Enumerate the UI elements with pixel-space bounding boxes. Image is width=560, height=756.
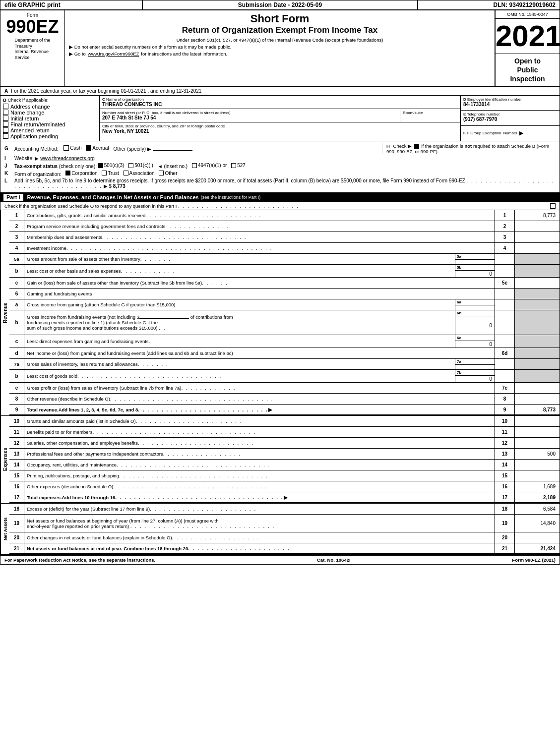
dept-info: Department of the Treasury Internal Reve… bbox=[14, 38, 50, 61]
section-b: B Check if applicable: Address change Na… bbox=[0, 96, 100, 141]
mid-box-5a: 5a bbox=[455, 254, 495, 264]
table-row: 12 Salaries, other compensation, and emp… bbox=[9, 438, 560, 449]
submission-date: Submission Date - 2022-05-09 bbox=[143, 0, 419, 9]
title-return: Return of Organization Exempt From Incom… bbox=[69, 25, 491, 35]
line-l: L Add lines 5b, 6c, and 7b to line 9 to … bbox=[4, 178, 556, 189]
top-bar: efile GRAPHIC print Submission Date - 20… bbox=[0, 0, 560, 10]
checkbox-final-return-box[interactable] bbox=[3, 121, 8, 127]
ein-label: D Employer identification number bbox=[463, 97, 557, 102]
section-a-label: A bbox=[4, 88, 8, 94]
revenue-section: Revenue 1 Contributions, gifts, grants, … bbox=[0, 210, 560, 416]
dln: DLN: 93492129019602 bbox=[418, 0, 560, 9]
checkbox-address-change-box[interactable] bbox=[3, 104, 8, 109]
check-schedule-o: Check if the organization used Schedule … bbox=[0, 202, 560, 210]
address-label: Number and street (or P. O. box, if mail… bbox=[102, 111, 397, 115]
city-value: New York, NY 10021 bbox=[102, 128, 457, 134]
table-row: 20 Other changes in net assets or fund b… bbox=[9, 532, 560, 543]
line-i: I Website: ▶ www.threadconnects.org bbox=[4, 156, 556, 161]
table-row: c Gain or (loss) from sale of assets oth… bbox=[9, 278, 560, 289]
org-name-row: C Name of organization THREAD CONNECTS I… bbox=[100, 96, 460, 109]
title-center: Short Form Return of Organization Exempt… bbox=[65, 10, 495, 86]
subtitle1: Under section 501(c), 527, or 4947(a)(1)… bbox=[69, 37, 491, 43]
mid-box-6a: 6a bbox=[455, 299, 495, 310]
table-row: 21 Net assets or fund balances at end of… bbox=[9, 543, 560, 554]
checkbox-amended-return[interactable]: Amended return bbox=[3, 127, 97, 133]
group-label2: Number bbox=[503, 131, 517, 135]
irs-link[interactable]: www.irs.gov/Form990EZ bbox=[88, 51, 139, 57]
section-a: A For the 2021 calendar year, or tax yea… bbox=[0, 87, 560, 96]
line-h: H Check ▶ if the organization is not req… bbox=[382, 143, 556, 154]
checkbox-application-pending-box[interactable] bbox=[3, 133, 8, 139]
room-field: Room/suite bbox=[400, 109, 460, 122]
checkbox-final-return[interactable]: Final return/terminated bbox=[3, 121, 97, 127]
table-row: 13 Professional fees and other payments … bbox=[9, 449, 560, 460]
checkbox-initial-return-label: Initial return bbox=[10, 116, 39, 121]
table-row: 7a Gross sales of inventory, less return… bbox=[9, 359, 560, 370]
table-row: 2 Program service revenue including gove… bbox=[9, 221, 560, 232]
k-assoc-checkbox[interactable]: Association bbox=[124, 171, 155, 176]
checkbox-name-change[interactable]: Name change bbox=[3, 110, 97, 116]
ein-box: D Employer identification number 84-1733… bbox=[460, 96, 560, 111]
net-assets-rows: 18 Excess or (deficit) for the year (Sub… bbox=[9, 504, 560, 554]
k-corp-checkbox[interactable]: Corporation bbox=[65, 171, 97, 176]
accrual-checkbox[interactable]: Accrual bbox=[86, 145, 109, 151]
k-trust-checkbox[interactable]: Trust bbox=[102, 171, 119, 176]
address-room-row: Number and street (or P. O. box, if mail… bbox=[100, 109, 460, 122]
open-public-box: Open to Public Inspection bbox=[495, 54, 560, 86]
footer-paperwork: For Paperwork Reduction Act Notice, see … bbox=[4, 557, 155, 563]
other-specify-field[interactable] bbox=[153, 150, 192, 151]
checkbox-initial-return-box[interactable] bbox=[3, 116, 8, 121]
check-schedule-o-box[interactable] bbox=[550, 203, 556, 209]
section-a-text: For the 2021 calendar year, or tax year … bbox=[11, 88, 201, 94]
revenue-rows: 1 Contributions, gifts, grants, and simi… bbox=[9, 210, 560, 415]
j-501c3-checkbox[interactable]: 501(c)(3) bbox=[98, 163, 124, 168]
subtitle2: ▶ Do not enter social security numbers o… bbox=[69, 44, 491, 50]
cash-radio[interactable] bbox=[63, 145, 69, 151]
table-row: 16 Other expenses (describe in Schedule … bbox=[9, 481, 560, 492]
checkbox-address-change[interactable]: Address change bbox=[3, 104, 97, 110]
table-row: 5a Gross amount from sale of assets othe… bbox=[9, 254, 560, 265]
form-number-area: Form 990EZ Department of the Treasury In… bbox=[0, 10, 65, 86]
c-name-label: C Name of organization bbox=[102, 97, 457, 102]
city-label: City or town, state or province, country… bbox=[102, 124, 457, 128]
checkbox-application-pending[interactable]: Application pending bbox=[3, 133, 97, 139]
table-row: a Gross income from gaming (attach Sched… bbox=[9, 299, 560, 310]
table-row: b Less: cost or other basis and sales ex… bbox=[9, 265, 560, 278]
k-other-checkbox[interactable]: Other bbox=[159, 171, 177, 176]
table-row: 10 Grants and similar amounts paid (list… bbox=[9, 416, 560, 427]
j-527-checkbox[interactable]: 527 bbox=[231, 163, 246, 168]
table-row: c Less: direct expenses from gaming and … bbox=[9, 335, 560, 348]
table-row: 8 Other revenue (describe in Schedule O)… bbox=[9, 394, 560, 405]
city-row: City or town, state or province, country… bbox=[100, 122, 460, 135]
j-501c-checkbox[interactable]: 501(c)( ) bbox=[128, 163, 153, 168]
j-4947-checkbox[interactable]: 4947(a)(1) or bbox=[192, 163, 227, 168]
checkbox-initial-return[interactable]: Initial return bbox=[3, 116, 97, 121]
accrual-radio[interactable] bbox=[86, 145, 91, 151]
line-g: G Accounting Method: Cash Accrual Other … bbox=[4, 143, 556, 154]
checkbox-address-change-label: Address change bbox=[10, 104, 50, 110]
table-row: 4 Investment income . . . . . . . . . . … bbox=[9, 243, 560, 254]
expenses-side-label: Expenses bbox=[0, 416, 9, 503]
line-k: K Form of organization: Corporation Trus… bbox=[4, 171, 556, 177]
org-info: B Check if applicable: Address change Na… bbox=[0, 96, 560, 141]
room-label: Room/suite bbox=[403, 111, 457, 115]
website-link[interactable]: www.threadconnects.org bbox=[40, 156, 95, 161]
footer-form-ref: Form 990-EZ (2021) bbox=[512, 557, 556, 563]
line-h-checkbox[interactable] bbox=[414, 144, 419, 149]
title-short-form: Short Form bbox=[69, 12, 491, 25]
ein-value: 84-1733014 bbox=[463, 102, 557, 107]
cash-checkbox[interactable]: Cash bbox=[63, 145, 81, 151]
mid-box-7a: 7a bbox=[455, 359, 495, 369]
title-section: Form 990EZ Department of the Treasury In… bbox=[0, 10, 560, 87]
checkbox-name-change-box[interactable] bbox=[3, 110, 8, 115]
checkbox-amended-return-box[interactable] bbox=[3, 127, 8, 133]
mid-box-6c: 6c 0 bbox=[455, 335, 495, 348]
table-row: 18 Excess or (deficit) for the year (Sub… bbox=[9, 504, 560, 515]
part1-label: Part I bbox=[3, 194, 23, 201]
expenses-rows: 10 Grants and similar amounts paid (list… bbox=[9, 416, 560, 503]
group-label: F F Group Exemption bbox=[463, 131, 501, 135]
section-d: D Employer identification number 84-1733… bbox=[460, 96, 560, 141]
expenses-section: Expenses 10 Grants and similar amounts p… bbox=[0, 416, 560, 504]
section-c: C Name of organization THREAD CONNECTS I… bbox=[100, 96, 460, 141]
table-row: 1 Contributions, gifts, grants, and simi… bbox=[9, 210, 560, 221]
